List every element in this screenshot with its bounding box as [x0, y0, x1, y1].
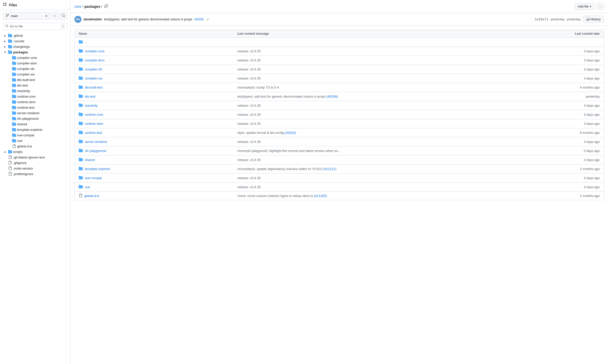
tree-item-label: compiler-sfc [17, 67, 35, 71]
tree-item-shared[interactable]: shared [0, 121, 70, 127]
file-link[interactable]: compiler-sfc [85, 67, 102, 71]
file-link[interactable]: compiler-ssr [85, 76, 103, 80]
tree-item-compiler-sfc[interactable]: compiler-sfc [0, 66, 70, 71]
commit-message-cell: release: v3.4.35 [233, 174, 564, 183]
folder-icon [79, 94, 83, 99]
file-link[interactable]: vue-compat [85, 176, 102, 180]
folder-icon [79, 157, 83, 162]
folder-icon [12, 83, 16, 87]
tree-item-label: runtime-test [17, 106, 34, 109]
commit-date-cell: 3 days ago [564, 47, 604, 56]
tree-item-label: vue [17, 139, 22, 143]
commit-message-cell: release: v3.4.35 [233, 137, 564, 146]
file-icon [8, 161, 12, 165]
file-link[interactable]: runtime-dom [85, 122, 103, 126]
folder-icon [79, 130, 83, 135]
file-link[interactable]: shared [85, 158, 95, 162]
tree-item-vue[interactable]: vue [0, 138, 70, 143]
commit-pr-link[interactable]: (#11252) [314, 194, 327, 198]
commit-date: yesterday [550, 17, 564, 21]
table-row: compiler-sfcrelease: v3.4.353 days ago [75, 65, 604, 74]
file-link[interactable]: dts-test [85, 95, 96, 98]
file-link[interactable]: sfc-playground [85, 149, 106, 153]
commit-author[interactable]: davidmatter [84, 17, 102, 21]
folder-icon [8, 33, 12, 37]
tree-item-reactivity[interactable]: reactivity [0, 88, 70, 94]
tree-item-label: template-explorer [17, 128, 43, 132]
commit-message: test(types): add test for generic discri… [104, 17, 204, 21]
commit-pr-link[interactable]: #9336 [194, 17, 204, 21]
tree-item-runtime-dom[interactable]: runtime-dom [0, 99, 70, 105]
tree-item-github[interactable]: ▸.github [0, 33, 70, 38]
tree-item-prettierignore[interactable]: .prettierignore [0, 171, 70, 177]
file-icon [8, 155, 12, 159]
tree-item-sfc-playground[interactable]: sfc-playground [0, 116, 70, 121]
folder-icon [8, 150, 12, 154]
tree-item-runtime-core[interactable]: runtime-core [0, 94, 70, 99]
tree-item-template-explorer[interactable]: template-explorer [0, 127, 70, 132]
branch-selector-button[interactable]: main ▾ [3, 12, 50, 20]
file-link[interactable]: runtime-core [85, 113, 103, 116]
branch-icon [6, 14, 9, 18]
folder-icon [8, 45, 12, 49]
more-options-button[interactable]: ··· [597, 3, 604, 10]
main-header: core / packages / Add file ▾ ··· [70, 0, 608, 13]
tree-item-packages[interactable]: ▾packages [0, 49, 70, 55]
tree-item-dts-built-test[interactable]: dts-built-test [0, 77, 70, 83]
commit-pr-link[interactable]: (#9162) [285, 131, 296, 135]
tree-item-changelogs[interactable]: ▸changelogs [0, 44, 70, 49]
tree-item-vue-compat[interactable]: vue-compat [0, 132, 70, 138]
tree-item-global-d-ts[interactable]: global.d.ts [0, 143, 70, 149]
file-link[interactable]: global.d.ts [84, 194, 99, 198]
file-link[interactable]: vue [85, 185, 90, 189]
tree-item-scripts[interactable]: ▸scripts [0, 149, 70, 154]
breadcrumb-root[interactable]: core [74, 5, 81, 9]
tree-item-compiler-core[interactable]: compiler-core [0, 55, 70, 60]
breadcrumb-sep1: / [82, 5, 83, 9]
add-file-button[interactable]: Add file ▾ [575, 3, 595, 10]
file-link[interactable]: runtime-test [85, 131, 102, 135]
history-button[interactable]: History [583, 16, 604, 23]
tree-item-node-version[interactable]: .node-version [0, 166, 70, 171]
avatar: dm [74, 16, 82, 23]
tree-item-runtime-test[interactable]: runtime-test [0, 105, 70, 110]
file-name-cell: sfc-playground [79, 148, 229, 153]
tree-item-label: .github [13, 34, 23, 37]
file-name-cell: server-renderer [79, 139, 229, 144]
tree-item-server-renderer[interactable]: server-renderer [0, 110, 70, 116]
tree-item-label: sfc-playground [17, 117, 38, 120]
tree-item-dts-test[interactable]: dts-test [0, 83, 70, 88]
tree-item-label: dts-built-test [17, 78, 35, 82]
folder-icon [79, 148, 83, 153]
folder-icon [12, 116, 16, 120]
tree-item-gitignore[interactable]: .gitignore [0, 160, 70, 166]
file-link[interactable]: server-renderer [85, 140, 107, 144]
search-sidebar-button[interactable] [60, 12, 67, 20]
folder-icon [79, 112, 83, 117]
branch-actions: + [51, 12, 67, 20]
copy-path-button[interactable] [104, 4, 108, 9]
folder-icon [79, 40, 83, 45]
goto-file-search[interactable]: Go to file t [3, 23, 67, 30]
file-link[interactable]: compiler-core [85, 49, 105, 53]
tree-chevron-icon: ▸ [3, 34, 7, 37]
tree-item-compiler-ssr[interactable]: compiler-ssr [0, 71, 70, 77]
table-row: runtime-corerelease: v3.4.353 days ago [75, 110, 604, 119]
commit-pr-link[interactable]: (#9336) [327, 95, 338, 98]
more-label: ··· [599, 5, 602, 8]
col-name: Name [75, 30, 233, 38]
file-link[interactable]: template-explorer [85, 167, 110, 171]
file-link[interactable]: dts-built-test [85, 86, 103, 89]
file-link[interactable]: .. [85, 40, 87, 44]
file-link[interactable]: reactivity [85, 104, 98, 107]
tree-item-label: vue-compat [17, 133, 34, 137]
file-link[interactable]: compiler-dom [85, 58, 105, 62]
commit-pr-link[interactable]: (#11211) [323, 167, 336, 171]
tree-item-git-blame[interactable]: .git-blame-ignore-revs [0, 154, 70, 160]
tree-item-label: packages [13, 50, 28, 54]
add-file-sidebar-button[interactable]: + [51, 12, 59, 20]
tree-item-compiler-dom[interactable]: compiler-dom [0, 60, 70, 66]
commit-sha[interactable]: 2a29a71 [535, 17, 548, 21]
folder-icon [8, 39, 12, 43]
tree-item-vscode[interactable]: ▸.vscode [0, 38, 70, 44]
